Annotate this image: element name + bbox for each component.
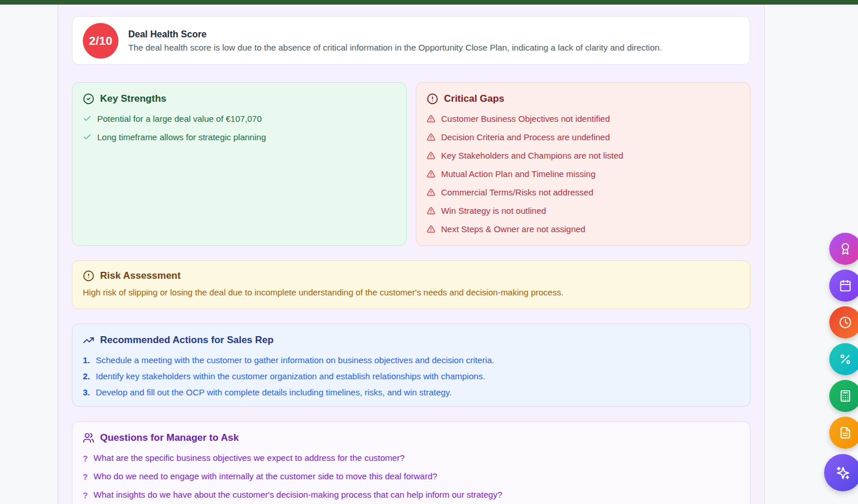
gap-item: Decision Criteria and Process are undefi… (427, 132, 740, 151)
action-item: 1. Schedule a meeting with the customer … (83, 355, 740, 371)
calculator-icon (839, 390, 852, 402)
score-title: Deal Health Score (128, 29, 662, 40)
calendar-icon (839, 279, 852, 292)
strength-item: Long timeframe allows for strategic plan… (83, 132, 396, 151)
alert-triangle-icon (427, 188, 435, 197)
alert-circle-icon (427, 93, 438, 105)
key-strengths-title: Key Strengths (100, 93, 166, 105)
alert-circle-icon (83, 270, 94, 282)
report-panel: 2/10 Deal Health Score The deal health s… (58, 5, 765, 504)
recommended-actions-card: Recommended Actions for Sales Rep 1. Sch… (72, 324, 750, 407)
alert-triangle-icon (427, 133, 435, 141)
alert-triangle-icon (427, 170, 435, 178)
action-item: 3. Develop and fill out the OCP with com… (83, 387, 740, 403)
alert-triangle-icon (427, 151, 435, 160)
question-mark-icon: ? (83, 472, 88, 482)
score-description: The deal health score is low due to the … (128, 43, 662, 52)
fab-file-text-button[interactable] (829, 417, 858, 449)
gap-item: Key Stakeholders and Champions are not l… (427, 151, 740, 169)
manager-questions-card: Questions for Manager to Ask ? What are … (72, 421, 750, 504)
action-number: 1. (83, 355, 90, 365)
percent-icon (839, 353, 852, 366)
question-mark-icon: ? (83, 491, 88, 500)
gap-item: Customer Business Objectives not identif… (427, 114, 740, 132)
question-item: ? What are the specific business objecti… (83, 453, 740, 471)
question-item: ? What insights do we have about the cus… (83, 490, 740, 504)
score-badge: 2/10 (83, 23, 118, 59)
action-number: 3. (83, 387, 90, 397)
manager-questions-title: Questions for Manager to Ask (100, 432, 239, 444)
fab-calendar-button[interactable] (829, 270, 858, 302)
critical-gaps-title: Critical Gaps (444, 93, 504, 105)
gap-item: Win Strategy is not outlined (427, 206, 740, 224)
action-item: 2. Identify key stakeholders within the … (83, 371, 740, 387)
check-icon (83, 114, 91, 123)
key-strengths-card: Key Strengths Potential for a large deal… (72, 82, 407, 246)
fab-percent-button[interactable] (829, 343, 858, 375)
risk-assessment-card: Risk Assessment High risk of slipping or… (72, 260, 750, 309)
trending-up-icon (83, 334, 94, 346)
strength-item: Potential for a large deal value of €107… (83, 114, 396, 132)
alert-triangle-icon (427, 206, 435, 215)
check-icon (83, 133, 91, 141)
risk-assessment-text: High risk of slipping or losing the deal… (83, 287, 740, 297)
gap-item: Commercial Terms/Risks not addressed (427, 187, 740, 206)
alert-triangle-icon (427, 114, 435, 123)
recommended-actions-title: Recommended Actions for Sales Rep (100, 334, 274, 346)
critical-gaps-card: Critical Gaps Customer Business Objectiv… (416, 82, 750, 246)
award-icon (839, 243, 852, 255)
fab-sparkles-button[interactable] (824, 454, 858, 491)
users-icon (83, 432, 94, 444)
sparkles-icon (836, 465, 851, 480)
fab-calculator-button[interactable] (829, 380, 858, 412)
file-text-icon (839, 426, 852, 439)
gap-item: Mutual Action Plan and Timeline missing (427, 169, 740, 187)
question-item: ? Who do we need to engage with internal… (83, 471, 740, 490)
deal-health-score-card: 2/10 Deal Health Score The deal health s… (72, 16, 750, 65)
fab-award-button[interactable] (829, 233, 858, 265)
question-mark-icon: ? (83, 454, 88, 463)
top-accent-bar (0, 0, 858, 5)
fab-clock-button[interactable] (829, 306, 858, 338)
gap-item: Next Steps & Owner are not assigned (427, 224, 740, 243)
risk-assessment-title: Risk Assessment (100, 270, 181, 282)
circle-check-icon (83, 93, 94, 105)
action-number: 2. (83, 371, 90, 381)
alert-triangle-icon (427, 225, 435, 233)
clock-icon (839, 316, 852, 329)
